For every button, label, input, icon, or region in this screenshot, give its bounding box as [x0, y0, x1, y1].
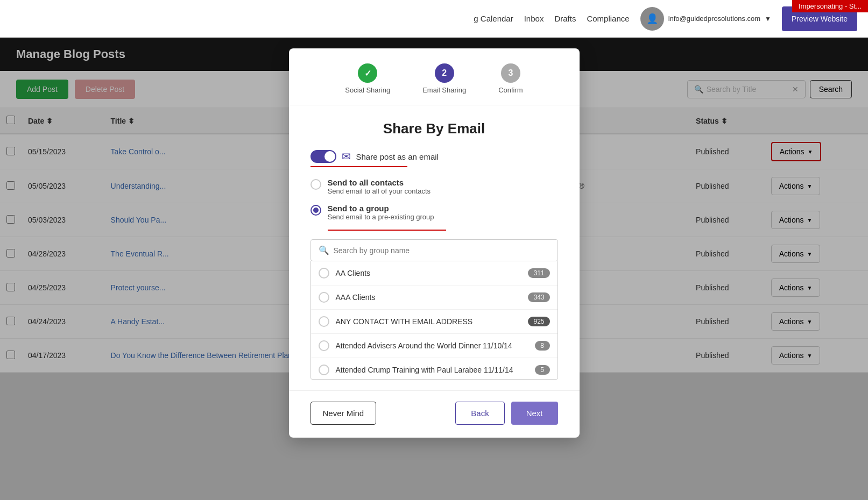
modal: ✓ Social Sharing 2 Email Sharing 3 Confi… [289, 48, 580, 438]
modal-overlay: ✓ Social Sharing 2 Email Sharing 3 Confi… [0, 38, 868, 500]
top-nav: Impersonating - St... g Calendar Inbox D… [0, 0, 868, 38]
avatar-container: 👤 info@guidedprosolutions.com ▼ [640, 7, 771, 31]
nav-email: info@guidedprosolutions.com [668, 15, 760, 23]
main-content: Manage Blog Posts Add Post Delete Post 🔍… [0, 38, 868, 500]
toggle-underline [310, 166, 407, 167]
group-radio-circle[interactable] [319, 365, 329, 375]
group-name: AAA Clients [336, 293, 522, 302]
modal-title: Share By Email [310, 120, 558, 137]
group-radio-circle[interactable] [319, 340, 329, 351]
group-item[interactable]: ANY CONTACT WITH EMAIL ADDRESS 925 [311, 310, 558, 334]
group-search-box: 🔍 [310, 239, 558, 261]
radio-inner-group [313, 208, 319, 213]
modal-footer: Never Mind Back Next [289, 390, 580, 438]
group-item[interactable]: Attended Crump Training with Paul Larabe… [311, 358, 558, 380]
radio-subtitle-group: Send email to a pre-existing group [328, 213, 434, 221]
group-list: AA Clients 311 AAA Clients 343 ANY CONTA… [310, 261, 558, 380]
radio-text-all: Send to all contacts Send email to all o… [328, 178, 431, 195]
back-button[interactable]: Back [455, 402, 504, 425]
nav-email-arrow[interactable]: ▼ [765, 15, 771, 23]
group-search-icon: 🔍 [319, 245, 329, 255]
step-email-sharing: 2 Email Sharing [422, 63, 466, 94]
impersonating-badge: Impersonating - St... [792, 0, 868, 12]
radio-title-group: Send to a group [328, 204, 434, 213]
nav-links: g Calendar Inbox Drafts Compliance [474, 14, 629, 23]
email-icon: ✉ [342, 150, 351, 163]
radio-send-group[interactable]: Send to a group Send email to a pre-exis… [310, 204, 558, 221]
group-radio-circle[interactable] [319, 292, 329, 303]
group-count: 8 [535, 341, 550, 351]
nav-compliance[interactable]: Compliance [587, 14, 629, 23]
radio-underline [328, 230, 446, 231]
radio-circle-all[interactable] [310, 179, 321, 190]
radio-text-group: Send to a group Send email to a pre-exis… [328, 204, 434, 221]
group-item[interactable]: Attended Advisers Around the World Dinne… [311, 334, 558, 358]
never-mind-button[interactable]: Never Mind [310, 402, 377, 425]
group-count: 925 [528, 317, 549, 326]
group-radio-circle[interactable] [319, 316, 329, 327]
group-count: 5 [535, 365, 550, 375]
share-email-toggle[interactable] [310, 150, 336, 163]
toggle-row: ✉ Share post as an email [310, 150, 558, 163]
step-label-2: Email Sharing [422, 86, 466, 94]
step-circle-1: ✓ [358, 63, 377, 83]
avatar: 👤 [640, 7, 664, 31]
group-name: Attended Crump Training with Paul Larabe… [336, 366, 528, 374]
step-social-sharing: ✓ Social Sharing [345, 63, 390, 94]
modal-body: Share By Email ✉ Share post as an email … [289, 105, 580, 390]
radio-title-all: Send to all contacts [328, 178, 431, 187]
group-name: AA Clients [336, 269, 522, 277]
group-count: 311 [528, 268, 549, 278]
group-item[interactable]: AA Clients 311 [311, 261, 558, 285]
step-circle-2: 2 [435, 63, 454, 83]
step-confirm: 3 Confirm [498, 63, 523, 94]
nav-calendar[interactable]: g Calendar [474, 14, 513, 23]
group-search-input[interactable] [334, 246, 550, 255]
radio-subtitle-all: Send email to all of your contacts [328, 187, 431, 195]
group-name: Attended Advisers Around the World Dinne… [336, 341, 528, 350]
group-item[interactable]: AAA Clients 343 [311, 285, 558, 310]
radio-circle-group[interactable] [310, 205, 321, 216]
step-circle-3: 3 [501, 63, 520, 83]
group-count: 343 [528, 292, 549, 302]
toggle-knob [324, 151, 335, 162]
group-radio-circle[interactable] [319, 268, 329, 278]
footer-right: Back Next [455, 402, 558, 425]
group-name: ANY CONTACT WITH EMAIL ADDRESS [336, 317, 522, 326]
radio-all-contacts[interactable]: Send to all contacts Send email to all o… [310, 178, 558, 195]
next-button[interactable]: Next [511, 402, 558, 425]
nav-drafts[interactable]: Drafts [554, 14, 576, 23]
step-label-3: Confirm [498, 86, 523, 94]
nav-inbox[interactable]: Inbox [524, 14, 544, 23]
toggle-label: Share post as an email [356, 152, 439, 161]
step-label-1: Social Sharing [345, 86, 390, 94]
stepper: ✓ Social Sharing 2 Email Sharing 3 Confi… [289, 48, 580, 105]
